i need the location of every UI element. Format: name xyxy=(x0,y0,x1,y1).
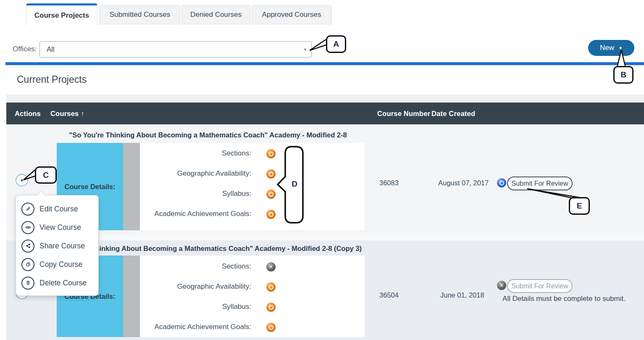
share-icon xyxy=(21,240,34,253)
details-list: Sections: ✕ Geographic Availability: Syl… xyxy=(140,256,365,337)
annotation-a: A xyxy=(326,35,346,53)
copy-icon xyxy=(21,258,34,271)
menu-item-copy-course[interactable]: Copy Course xyxy=(16,255,98,274)
menu-item-label: View Course xyxy=(39,223,81,232)
column-header-actions: Actions xyxy=(15,103,41,124)
date-created-value: August 07, 2017 xyxy=(438,179,489,187)
eye-icon xyxy=(21,221,34,234)
detail-label: Geographic Availability: xyxy=(177,282,251,291)
menu-item-label: Delete Course xyxy=(39,279,87,287)
tab-approved-courses[interactable]: Approved Courses xyxy=(252,5,331,24)
detail-line-academic-goals: Academic Achievement Goals: xyxy=(140,323,365,333)
menu-item-view-course[interactable]: View Course xyxy=(16,218,98,237)
status-in-progress-icon xyxy=(266,323,276,332)
offices-label: Offices: xyxy=(13,45,37,53)
offices-selected-value: All xyxy=(47,45,55,54)
column-header-courses[interactable]: Courses ↑ xyxy=(50,103,84,124)
tab-denied-courses[interactable]: Denied Courses xyxy=(181,5,250,24)
course-number-value: 36504 xyxy=(379,291,399,299)
detail-line-geographic: Geographic Availability: xyxy=(140,282,365,293)
detail-line-sections: Sections: xyxy=(140,149,365,159)
detail-label: Sections: xyxy=(222,149,251,158)
sort-arrow-icon: ↑ xyxy=(81,110,84,118)
status-in-progress-icon xyxy=(266,149,276,158)
annotation-c: C xyxy=(35,166,57,184)
submit-for-review-button-disabled: Submit For Review xyxy=(507,279,573,293)
actions-dropdown-menu: Edit Course View Course Share Course Cop… xyxy=(16,195,99,296)
detail-label: Syllabus: xyxy=(222,190,251,198)
course-details-panel: Course Details: Sections: Geographic Ava… xyxy=(57,143,365,230)
column-header-course-number: Course Number xyxy=(377,103,430,124)
detail-line-sections: Sections: ✕ xyxy=(140,262,365,272)
status-in-progress-icon xyxy=(266,169,276,179)
tab-course-projects[interactable]: Course Projects xyxy=(26,3,97,26)
status-in-progress-icon xyxy=(266,190,276,199)
detail-label: Academic Achievement Goals: xyxy=(154,210,251,218)
annotation-e: E xyxy=(569,197,590,215)
new-button-label: New xyxy=(600,44,614,52)
menu-item-label: Edit Course xyxy=(39,205,78,213)
status-unavailable-icon: ✕ xyxy=(266,262,276,271)
detail-line-geographic: Geographic Availability: xyxy=(140,169,365,179)
new-button[interactable]: New ▼ xyxy=(588,40,634,56)
chevron-down-icon: ▼ xyxy=(20,178,24,183)
annotation-b: B xyxy=(613,66,633,84)
date-created-value: June 01, 2018 xyxy=(440,291,484,299)
column-header-date-created: Date Created xyxy=(431,103,475,124)
details-list: Sections: Geographic Availability: Sylla… xyxy=(140,143,365,230)
detail-label: Academic Achievement Goals: xyxy=(154,323,251,331)
courses-header-label: Courses xyxy=(50,110,79,118)
menu-item-label: Share Course xyxy=(39,242,85,250)
blue-divider xyxy=(5,62,644,65)
menu-item-delete-course[interactable]: Delete Course xyxy=(16,274,98,292)
course-number-value: 36083 xyxy=(379,179,399,187)
pencil-icon xyxy=(21,203,34,216)
details-gray-strip xyxy=(123,256,140,337)
detail-line-academic-goals: Academic Achievement Goals: xyxy=(140,210,365,220)
course-projects-page: Course Projects Submitted Courses Denied… xyxy=(0,0,644,340)
detail-line-syllabus: Syllabus: xyxy=(140,303,365,313)
actions-dropdown-button[interactable]: ▼ xyxy=(16,174,28,187)
trash-icon xyxy=(21,277,34,290)
row-divider xyxy=(6,235,644,240)
menu-item-edit-course[interactable]: Edit Course xyxy=(16,200,98,218)
spacer-band xyxy=(6,95,644,103)
chevron-down-icon: ▼ xyxy=(618,46,623,50)
menu-item-share-course[interactable]: Share Course xyxy=(16,237,98,255)
detail-label: Sections: xyxy=(222,262,251,271)
menu-item-label: Copy Course xyxy=(39,260,82,269)
detail-label: Syllabus: xyxy=(222,303,251,311)
tab-submitted-courses[interactable]: Submitted Courses xyxy=(100,5,180,24)
chevron-down-icon: ▼ xyxy=(303,47,307,52)
submit-requirement-note: All Details must be complete to submit. xyxy=(492,294,636,303)
detail-line-syllabus: Syllabus: xyxy=(140,190,365,200)
course-title: "So You're Thinking About Becoming a Mat… xyxy=(46,131,370,139)
status-unavailable-icon: ✕ xyxy=(497,281,506,290)
status-in-progress-icon xyxy=(266,282,276,292)
submit-for-review-button[interactable]: Submit For Review xyxy=(507,177,573,190)
table-header: Actions Courses ↑ Course Number Date Cre… xyxy=(6,103,644,124)
heading-band xyxy=(0,65,644,95)
status-in-progress-icon xyxy=(266,303,276,312)
offices-select[interactable]: All ▼ xyxy=(39,41,312,58)
details-gray-strip xyxy=(123,143,140,230)
page-title: Current Projects xyxy=(17,74,87,85)
status-in-progress-icon xyxy=(266,210,276,219)
course-details-panel: Course Details: Sections: ✕ Geographic A… xyxy=(57,256,365,337)
annotation-d: D xyxy=(287,178,302,190)
status-ready-icon xyxy=(497,178,506,187)
detail-label: Geographic Availability: xyxy=(177,169,251,178)
